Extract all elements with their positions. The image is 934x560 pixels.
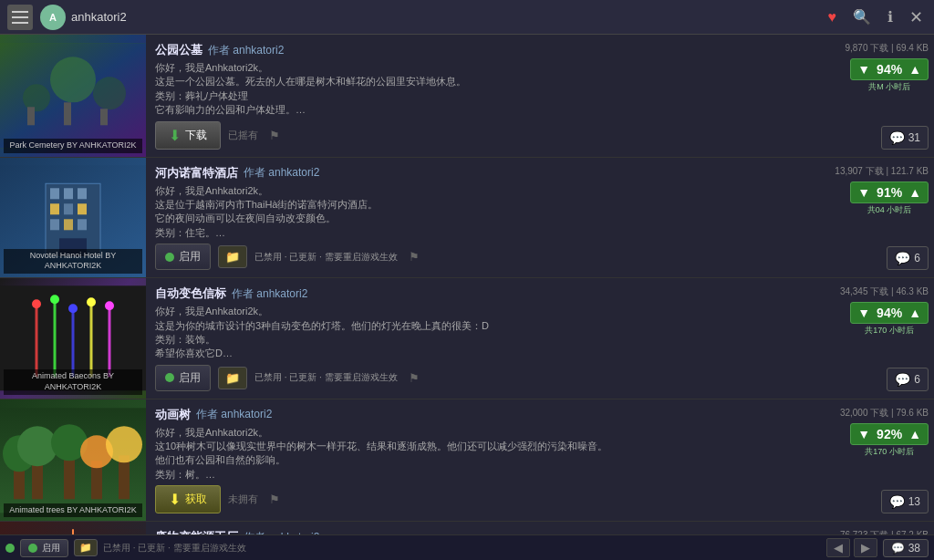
- status-dot: [165, 373, 174, 382]
- rating-button[interactable]: ▼ 94% ▲: [850, 302, 929, 324]
- comment-icon: 💬: [889, 494, 905, 509]
- rating-container: ▼ 94% ▲ 共M 小时后: [850, 58, 929, 93]
- mod-thumbnail-2: Novotel Hanoi Hotel BY ANHKATORI2K: [0, 158, 146, 278]
- status-dot: [165, 253, 174, 262]
- mod-actions: 启用 📁 已禁用 · 已更新 · 需要重启游戏生效 ⚑: [155, 365, 815, 391]
- svg-rect-15: [78, 203, 87, 214]
- download-count: 13,907 下载 | 121.7 KB: [835, 165, 929, 178]
- rating-value: 91%: [873, 185, 906, 200]
- svg-point-29: [87, 297, 96, 306]
- rating-button[interactable]: ▼ 92% ▲: [850, 423, 929, 445]
- enable-button[interactable]: 启用: [155, 365, 211, 391]
- mod-author: 作者 anhkatori2: [208, 43, 284, 58]
- rating-button[interactable]: ▼ 91% ▲: [850, 181, 929, 203]
- svg-rect-12: [78, 188, 87, 199]
- hamburger-icon: [12, 11, 28, 24]
- rating-sub: 共M 小时后: [850, 81, 929, 93]
- rating-down-arrow[interactable]: ▼: [855, 306, 873, 320]
- svg-rect-11: [64, 188, 73, 199]
- comment-button[interactable]: 💬 6: [887, 368, 929, 391]
- flag-button[interactable]: ⚑: [265, 127, 284, 144]
- comment-icon: 💬: [889, 130, 905, 145]
- rating-up-arrow[interactable]: ▲: [906, 427, 924, 441]
- comment-button[interactable]: 💬 6: [887, 246, 929, 270]
- enable-button[interactable]: 启用: [155, 244, 211, 270]
- rating-down-arrow[interactable]: ▼: [855, 62, 873, 77]
- rating-up-arrow[interactable]: ▲: [906, 185, 924, 200]
- rating-down-arrow[interactable]: ▼: [855, 427, 873, 441]
- mod-info-1: 公园公墓 作者 anhkatori2 你好，我是Anhkatori2k。这是一个…: [146, 35, 825, 157]
- mod-actions: ⬇ 获取 未拥有 ⚑: [155, 485, 815, 513]
- close-button[interactable]: ✕: [906, 4, 927, 31]
- mod-right-3: 34,345 下载 | 46.3 KB ▼ 94% ▲ 共170 小时后 💬 6: [825, 278, 934, 399]
- enable-label: 启用: [179, 249, 201, 264]
- svg-point-2: [50, 57, 96, 102]
- download-count: 32,000 下载 | 79.6 KB: [840, 407, 929, 420]
- svg-rect-5: [27, 107, 35, 125]
- mod-title: 自动变色信标: [155, 285, 226, 302]
- thumb-label-2: Novotel Hanoi Hotel BY ANHKATORI2K: [4, 249, 142, 274]
- svg-rect-14: [64, 203, 73, 214]
- mod-item-4: Animated trees BY ANHKATORI2K 动画树 作者 anh…: [0, 399, 934, 523]
- svg-point-41: [106, 426, 142, 462]
- mod-info-2: 河内诺富特酒店 作者 anhkatori2 你好，我是Anhkatori2k。这…: [146, 158, 825, 278]
- flag-button[interactable]: ⚑: [265, 491, 284, 508]
- mod-item-1: Park Cemetery BY ANHKATORI2K 公园公墓 作者 anh…: [0, 35, 934, 158]
- download-icon: ⬇: [169, 127, 181, 144]
- titlebar: A anhkatori2 ♥ 🔍 ℹ ✕: [0, 0, 934, 35]
- svg-rect-17: [64, 219, 73, 230]
- mod-title-row: 公园公墓 作者 anhkatori2: [155, 42, 815, 58]
- heart-icon[interactable]: ♥: [825, 5, 841, 29]
- comment-button[interactable]: 💬 31: [881, 126, 929, 150]
- rating-button[interactable]: ▼ 94% ▲: [850, 58, 929, 80]
- mod-info-4: 动画树 作者 anhkatori2 你好，我是Anhkatori2k。这10种树…: [146, 399, 825, 522]
- mod-author: 作者 anhkatori2: [232, 286, 307, 302]
- flag-button[interactable]: ⚑: [405, 248, 423, 265]
- rating-down-arrow[interactable]: ▼: [855, 185, 873, 200]
- rating-up-arrow[interactable]: ▲: [906, 62, 924, 77]
- svg-rect-18: [78, 219, 87, 230]
- mod-thumbnail-4: Animated trees BY ANHKATORI2K: [0, 399, 146, 522]
- nav-prev-button[interactable]: ◀: [826, 538, 850, 557]
- download-button[interactable]: ⬇ 下载: [155, 121, 221, 150]
- bottom-comment-button[interactable]: 💬 38: [883, 539, 929, 557]
- comment-button[interactable]: 💬 13: [881, 490, 929, 513]
- rating-container: ▼ 91% ▲ 共04 小时后: [850, 181, 929, 216]
- update-status: 已禁用 · 已更新 · 需要重启游戏生效: [254, 371, 398, 384]
- rating-up-arrow[interactable]: ▲: [906, 306, 924, 320]
- mod-actions: ⬇ 下载 已摇有 ⚑: [155, 121, 815, 150]
- flag-button[interactable]: ⚑: [405, 369, 423, 387]
- bottom-comment-icon: 💬: [891, 542, 905, 555]
- bottom-enable-button[interactable]: 启用: [20, 539, 68, 557]
- rating-sub: 共04 小时后: [850, 204, 929, 216]
- bottom-folder-button[interactable]: 📁: [74, 539, 98, 556]
- mod-thumbnail-1: Park Cemetery BY ANHKATORI2K: [0, 35, 146, 157]
- get-button[interactable]: ⬇ 获取: [155, 485, 221, 513]
- thumb-label-1: Park Cemetery BY ANHKATORI2K: [4, 139, 142, 153]
- svg-rect-13: [50, 203, 59, 214]
- user-avatar: A: [40, 5, 66, 30]
- svg-rect-16: [50, 219, 59, 230]
- nav-next-button[interactable]: ▶: [854, 538, 877, 557]
- bottom-enable-label: 启用: [42, 542, 60, 555]
- comment-count: 13: [908, 495, 920, 508]
- rating-container: ▼ 92% ▲ 共170 小时后: [850, 423, 929, 458]
- mod-description: 你好，我是Anhkatori2k。这是位于越南河内市ThaiHà街的诺富特河内酒…: [155, 184, 815, 241]
- update-status-text: 已禁用 · 已更新 · 需要重启游戏生效: [254, 251, 398, 264]
- rating-value: 92%: [873, 427, 906, 441]
- saved-status: 已摇有: [228, 129, 258, 142]
- info-icon[interactable]: ℹ: [884, 5, 897, 29]
- svg-point-28: [68, 304, 78, 313]
- search-icon[interactable]: 🔍: [849, 5, 875, 29]
- mod-title: 动画树: [155, 407, 191, 423]
- svg-point-26: [32, 299, 41, 308]
- mod-item-2: Novotel Hanoi Hotel BY ANHKATORI2K 河内诺富特…: [0, 158, 934, 279]
- download-label: 下载: [185, 128, 207, 143]
- mod-title-row: 动画树 作者 anhkatori2: [155, 407, 815, 423]
- menu-button[interactable]: [7, 5, 33, 30]
- mod-list: Park Cemetery BY ANHKATORI2K 公园公墓 作者 anh…: [0, 35, 934, 560]
- folder-button[interactable]: 📁: [218, 367, 247, 389]
- folder-button[interactable]: 📁: [218, 245, 247, 268]
- svg-rect-10: [50, 188, 59, 199]
- svg-point-30: [105, 301, 114, 310]
